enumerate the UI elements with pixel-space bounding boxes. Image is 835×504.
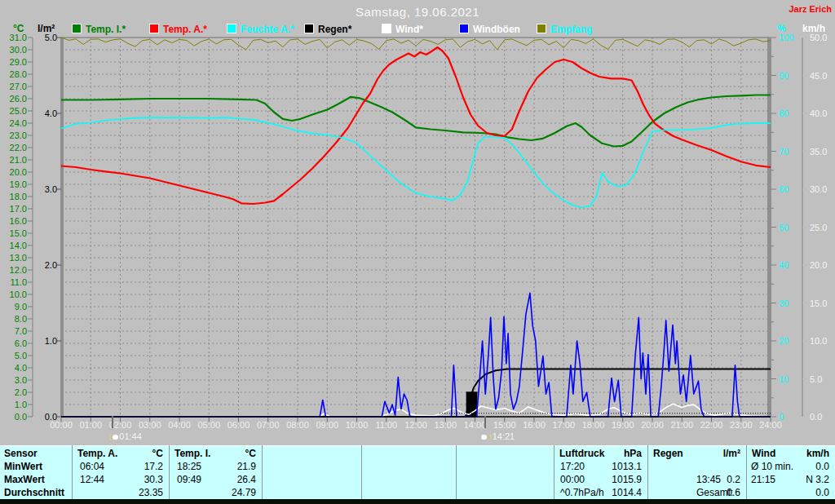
temp-tick-label: 5.0 (0, 351, 27, 360)
wind-tick-label: 40.0 (810, 109, 835, 118)
temp-tick-label: 12.0 (0, 266, 27, 275)
table-row-label: Durchschnitt (4, 487, 64, 499)
table-cell-value: 24.79 (169, 487, 256, 499)
temp-tick-label: 11.0 (0, 278, 27, 287)
humidity-tick-label: 100 (779, 33, 806, 42)
temp-tick-label: 4.0 (0, 364, 27, 373)
table-col-unit: hPa (554, 448, 642, 460)
temp-tick-label: 29.0 (0, 58, 27, 67)
temp-tick-label: 0.0 (0, 413, 27, 422)
rain-tick-label: 2.0 (29, 261, 57, 270)
annotation-time: 01:44 (119, 431, 142, 441)
table-row-label: Sensor (4, 448, 38, 460)
temp-tick-label: 18.0 (0, 192, 27, 201)
temp-tick-label: 14.0 (0, 241, 27, 250)
temp-tick-label: 20.0 (0, 168, 27, 177)
table-cell-value: 0.2 (647, 474, 740, 486)
temp-tick-label: 1.0 (0, 400, 27, 409)
series-empfangline (61, 38, 771, 50)
table-divider (361, 445, 362, 499)
temp-tick-label: 31.0 (0, 33, 27, 42)
table-col-unit: °C (169, 448, 256, 460)
humidity-tick-label: 80 (779, 109, 806, 118)
wind-tick-label: 20.0 (810, 261, 835, 270)
table-cell-value: 26.4 (169, 474, 256, 486)
temp-tick-label: 8.0 (0, 315, 27, 324)
temp-tick-label: 26.0 (0, 95, 27, 104)
wind-tick-label: 35.0 (810, 148, 835, 157)
table-col-unit: l/m² (647, 448, 740, 460)
table-divider (262, 445, 263, 499)
wind-tick-label: 50.0 (810, 33, 835, 42)
wind-tick-label: 45.0 (810, 72, 835, 81)
temp-tick-label: 7.0 (0, 327, 27, 336)
table-cell-value: 0.0 (746, 487, 829, 499)
wind-tick-label: 30.0 (810, 185, 835, 194)
annotation-1421: ↑14:21 (480, 431, 515, 442)
annotation-tick (112, 416, 113, 428)
rain-tick-label: 1.0 (29, 337, 57, 346)
table-cell-value: 1014.4 (554, 487, 642, 499)
table-col-unit: km/h (746, 448, 829, 460)
humidity-tick-label: 70 (779, 148, 806, 157)
table-cell-value: 0.6 (647, 487, 740, 499)
humidity-tick-label: 30 (779, 299, 806, 308)
table-cell-value: 17.2 (72, 461, 163, 473)
rain-tick-label: 5.0 (29, 33, 57, 42)
temp-tick-label: 6.0 (0, 339, 27, 348)
temp-tick-label: 16.0 (0, 217, 27, 226)
temp-tick-label: 10.0 (0, 290, 27, 299)
temp-tick-label: 27.0 (0, 82, 27, 91)
x-axis-label: 24:00 (753, 420, 789, 430)
annotation-time: 14:21 (493, 431, 515, 441)
table-cell-value: 30.3 (72, 474, 163, 486)
temp-tick-label: 28.0 (0, 70, 27, 79)
table-col-unit: °C (72, 448, 163, 460)
wind-tick-label: 0.0 (810, 413, 835, 422)
annotation-0144: ↓01:44 (108, 431, 142, 442)
temp-tick-label: 21.0 (0, 156, 27, 165)
wind-tick-label: 25.0 (810, 223, 835, 232)
temp-tick-label: 15.0 (0, 229, 27, 238)
temp-tick-label: 13.0 (0, 254, 27, 263)
temp-tick-label: 30.0 (0, 46, 27, 55)
arrow-down-icon: ↓ (108, 431, 113, 441)
rain-tick-label: 4.0 (29, 109, 57, 118)
temp-tick-label: 17.0 (0, 205, 27, 214)
temp-tick-label: 9.0 (0, 303, 27, 312)
humidity-tick-label: 40 (779, 261, 806, 270)
table-cell-value: 21.9 (169, 461, 256, 473)
table-cell-value: 0.0 (746, 461, 829, 473)
wind-tick-label: 5.0 (810, 375, 835, 384)
humidity-tick-label: 50 (779, 223, 806, 232)
temp-tick-label: 2.0 (0, 388, 27, 397)
table-cell-value: N 3.2 (746, 474, 829, 486)
table-divider (456, 445, 457, 499)
temp-tick-label: 22.0 (0, 144, 27, 153)
temp-tick-label: 19.0 (0, 180, 27, 189)
table-row-label: MinWert (4, 461, 42, 473)
wind-tick-label: 15.0 (810, 299, 835, 308)
wind-tick-label: 10.0 (810, 337, 835, 346)
table-cell-value: 23.35 (72, 487, 163, 499)
temp-tick-label: 24.0 (0, 119, 27, 128)
temp-tick-label: 3.0 (0, 376, 27, 385)
temp-tick-label: 23.0 (0, 131, 27, 140)
temp-tick-label: 25.0 (0, 107, 27, 116)
humidity-tick-label: 90 (779, 72, 806, 81)
weather-chart-window: Samstag, 19.06.2021 Jarz Erich °C l/m² %… (0, 0, 835, 504)
plot-left-border (60, 38, 64, 417)
moonset-icon (113, 435, 118, 440)
annotation-tick (484, 416, 486, 428)
humidity-tick-label: 20 (779, 337, 806, 346)
table-row-label: MaxWert (4, 474, 45, 486)
humidity-tick-label: 60 (779, 185, 806, 194)
rain-tick-label: 3.0 (29, 185, 57, 194)
table-cell-value: 1013.1 (554, 461, 642, 473)
bottom-strip (0, 499, 835, 504)
moonrise-icon (481, 435, 487, 440)
humidity-tick-label: 10 (779, 375, 806, 384)
table-cell-value: 1015.9 (554, 474, 642, 486)
